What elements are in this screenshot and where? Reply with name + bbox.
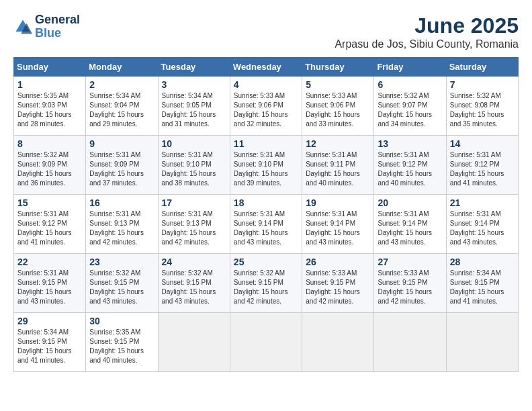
day-info: Sunrise: 5:31 AM Sunset: 9:09 PM Dayligh… — [89, 150, 154, 188]
calendar-cell: 2Sunrise: 5:34 AM Sunset: 9:04 PM Daylig… — [86, 77, 158, 136]
day-info: Sunrise: 5:33 AM Sunset: 9:06 PM Dayligh… — [234, 91, 298, 129]
calendar-cell: 13Sunrise: 5:31 AM Sunset: 9:12 PM Dayli… — [374, 136, 446, 195]
day-number: 20 — [378, 197, 442, 208]
calendar-cell — [158, 313, 230, 372]
day-number: 7 — [450, 79, 515, 90]
calendar-cell: 1Sunrise: 5:35 AM Sunset: 9:03 PM Daylig… — [14, 77, 86, 136]
day-info: Sunrise: 5:32 AM Sunset: 9:15 PM Dayligh… — [234, 269, 298, 306]
day-number: 11 — [234, 138, 298, 149]
day-number: 17 — [162, 197, 226, 208]
day-number: 18 — [234, 197, 298, 208]
calendar-header-row: SundayMondayTuesdayWednesdayThursdayFrid… — [14, 58, 519, 77]
calendar-table: SundayMondayTuesdayWednesdayThursdayFrid… — [13, 57, 519, 372]
day-info: Sunrise: 5:31 AM Sunset: 9:14 PM Dayligh… — [378, 210, 442, 247]
day-number: 29 — [17, 316, 82, 326]
day-number: 24 — [162, 257, 226, 267]
calendar-cell: 20Sunrise: 5:31 AM Sunset: 9:14 PM Dayli… — [374, 195, 446, 254]
day-number: 21 — [450, 197, 515, 208]
day-info: Sunrise: 5:31 AM Sunset: 9:10 PM Dayligh… — [162, 150, 226, 188]
calendar-cell: 15Sunrise: 5:31 AM Sunset: 9:12 PM Dayli… — [14, 195, 86, 254]
calendar-cell: 23Sunrise: 5:32 AM Sunset: 9:15 PM Dayli… — [86, 254, 158, 313]
day-info: Sunrise: 5:31 AM Sunset: 9:12 PM Dayligh… — [17, 210, 82, 247]
day-number: 12 — [306, 138, 370, 149]
calendar-row: 1Sunrise: 5:35 AM Sunset: 9:03 PM Daylig… — [14, 77, 519, 136]
calendar-cell: 19Sunrise: 5:31 AM Sunset: 9:14 PM Dayli… — [302, 195, 374, 254]
calendar-body: 1Sunrise: 5:35 AM Sunset: 9:03 PM Daylig… — [14, 77, 519, 372]
logo-text: General Blue — [35, 13, 80, 40]
day-number: 1 — [17, 79, 82, 90]
day-info: Sunrise: 5:31 AM Sunset: 9:10 PM Dayligh… — [234, 150, 298, 188]
day-info: Sunrise: 5:32 AM Sunset: 9:15 PM Dayligh… — [89, 269, 154, 306]
title-area: June 2025 Arpasu de Jos, Sibiu County, R… — [335, 13, 519, 50]
day-info: Sunrise: 5:32 AM Sunset: 9:09 PM Dayligh… — [17, 150, 82, 188]
calendar-cell: 7Sunrise: 5:32 AM Sunset: 9:08 PM Daylig… — [446, 77, 518, 136]
subtitle: Arpasu de Jos, Sibiu County, Romania — [335, 38, 519, 50]
day-info: Sunrise: 5:31 AM Sunset: 9:14 PM Dayligh… — [234, 210, 298, 247]
calendar-cell: 11Sunrise: 5:31 AM Sunset: 9:10 PM Dayli… — [230, 136, 302, 195]
day-info: Sunrise: 5:34 AM Sunset: 9:04 PM Dayligh… — [89, 91, 154, 129]
calendar-cell — [374, 313, 446, 372]
day-number: 3 — [162, 79, 226, 90]
calendar-cell: 4Sunrise: 5:33 AM Sunset: 9:06 PM Daylig… — [230, 77, 302, 136]
calendar-cell: 8Sunrise: 5:32 AM Sunset: 9:09 PM Daylig… — [14, 136, 86, 195]
day-info: Sunrise: 5:34 AM Sunset: 9:15 PM Dayligh… — [17, 328, 82, 365]
weekday-header-cell: Monday — [86, 58, 158, 77]
day-number: 6 — [378, 79, 442, 90]
calendar-row: 15Sunrise: 5:31 AM Sunset: 9:12 PM Dayli… — [14, 195, 519, 254]
calendar-cell: 18Sunrise: 5:31 AM Sunset: 9:14 PM Dayli… — [230, 195, 302, 254]
calendar-cell: 29Sunrise: 5:34 AM Sunset: 9:15 PM Dayli… — [14, 313, 86, 372]
calendar-cell: 17Sunrise: 5:31 AM Sunset: 9:13 PM Dayli… — [158, 195, 230, 254]
day-number: 9 — [89, 138, 154, 149]
day-info: Sunrise: 5:32 AM Sunset: 9:07 PM Dayligh… — [378, 91, 442, 129]
day-number: 15 — [17, 197, 82, 208]
day-info: Sunrise: 5:33 AM Sunset: 9:15 PM Dayligh… — [306, 269, 370, 306]
calendar-cell: 27Sunrise: 5:33 AM Sunset: 9:15 PM Dayli… — [374, 254, 446, 313]
calendar-cell: 3Sunrise: 5:34 AM Sunset: 9:05 PM Daylig… — [158, 77, 230, 136]
weekday-header-cell: Friday — [374, 58, 446, 77]
calendar-cell: 9Sunrise: 5:31 AM Sunset: 9:09 PM Daylig… — [86, 136, 158, 195]
page-header: General Blue June 2025 Arpasu de Jos, Si… — [13, 13, 519, 50]
day-number: 26 — [306, 257, 370, 267]
day-number: 22 — [17, 257, 82, 267]
day-info: Sunrise: 5:31 AM Sunset: 9:12 PM Dayligh… — [378, 150, 442, 188]
day-info: Sunrise: 5:31 AM Sunset: 9:15 PM Dayligh… — [17, 269, 82, 306]
day-info: Sunrise: 5:31 AM Sunset: 9:12 PM Dayligh… — [450, 150, 515, 188]
day-number: 30 — [89, 316, 154, 326]
day-info: Sunrise: 5:31 AM Sunset: 9:11 PM Dayligh… — [306, 150, 370, 188]
calendar-cell: 6Sunrise: 5:32 AM Sunset: 9:07 PM Daylig… — [374, 77, 446, 136]
calendar-cell: 26Sunrise: 5:33 AM Sunset: 9:15 PM Dayli… — [302, 254, 374, 313]
calendar-cell: 22Sunrise: 5:31 AM Sunset: 9:15 PM Dayli… — [14, 254, 86, 313]
calendar-cell: 12Sunrise: 5:31 AM Sunset: 9:11 PM Dayli… — [302, 136, 374, 195]
calendar-cell: 25Sunrise: 5:32 AM Sunset: 9:15 PM Dayli… — [230, 254, 302, 313]
calendar-row: 29Sunrise: 5:34 AM Sunset: 9:15 PM Dayli… — [14, 313, 519, 372]
day-number: 28 — [450, 257, 515, 267]
day-number: 10 — [162, 138, 226, 149]
calendar-cell: 21Sunrise: 5:31 AM Sunset: 9:14 PM Dayli… — [446, 195, 518, 254]
calendar-row: 8Sunrise: 5:32 AM Sunset: 9:09 PM Daylig… — [14, 136, 519, 195]
day-info: Sunrise: 5:34 AM Sunset: 9:15 PM Dayligh… — [450, 269, 515, 306]
day-number: 16 — [89, 197, 154, 208]
calendar-row: 22Sunrise: 5:31 AM Sunset: 9:15 PM Dayli… — [14, 254, 519, 313]
logo: General Blue — [13, 13, 80, 40]
day-info: Sunrise: 5:32 AM Sunset: 9:15 PM Dayligh… — [162, 269, 226, 306]
weekday-header-cell: Sunday — [14, 58, 86, 77]
day-number: 14 — [450, 138, 515, 149]
day-number: 2 — [89, 79, 154, 90]
day-number: 8 — [17, 138, 82, 149]
day-info: Sunrise: 5:35 AM Sunset: 9:15 PM Dayligh… — [89, 328, 154, 365]
weekday-header-cell: Wednesday — [230, 58, 302, 77]
weekday-header-cell: Thursday — [302, 58, 374, 77]
day-info: Sunrise: 5:34 AM Sunset: 9:05 PM Dayligh… — [162, 91, 226, 129]
day-info: Sunrise: 5:35 AM Sunset: 9:03 PM Dayligh… — [17, 91, 82, 129]
day-info: Sunrise: 5:32 AM Sunset: 9:08 PM Dayligh… — [450, 91, 515, 129]
day-info: Sunrise: 5:31 AM Sunset: 9:13 PM Dayligh… — [89, 210, 154, 247]
calendar-cell: 5Sunrise: 5:33 AM Sunset: 9:06 PM Daylig… — [302, 77, 374, 136]
calendar-cell: 24Sunrise: 5:32 AM Sunset: 9:15 PM Dayli… — [158, 254, 230, 313]
weekday-header-cell: Tuesday — [158, 58, 230, 77]
day-number: 5 — [306, 79, 370, 90]
calendar-cell: 28Sunrise: 5:34 AM Sunset: 9:15 PM Dayli… — [446, 254, 518, 313]
calendar-cell: 16Sunrise: 5:31 AM Sunset: 9:13 PM Dayli… — [86, 195, 158, 254]
day-info: Sunrise: 5:31 AM Sunset: 9:13 PM Dayligh… — [162, 210, 226, 247]
calendar-cell: 10Sunrise: 5:31 AM Sunset: 9:10 PM Dayli… — [158, 136, 230, 195]
calendar-cell: 14Sunrise: 5:31 AM Sunset: 9:12 PM Dayli… — [446, 136, 518, 195]
